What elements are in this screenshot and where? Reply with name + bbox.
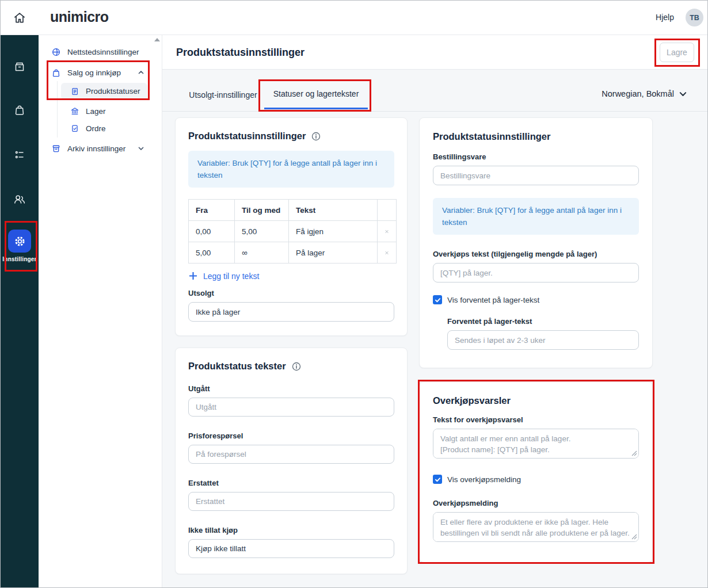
page-header: Produktstatusinnstillinger Lagre	[162, 35, 708, 70]
cell-fra: 5,00	[189, 242, 235, 264]
forventet-input[interactable]	[447, 330, 639, 350]
utsolgt-label: Utsolgt	[188, 289, 394, 297]
info-icon[interactable]	[292, 362, 301, 371]
variables-note: Variabler: Bruk [QTY] for å legge antall…	[433, 198, 639, 235]
sidebar-item-label: Produktstatuser	[86, 87, 140, 96]
delete-row-button[interactable]	[385, 242, 389, 263]
avatar[interactable]: TB	[686, 9, 703, 26]
home-button[interactable]	[12, 10, 27, 25]
chevron-up-icon[interactable]	[138, 69, 144, 76]
vis-forventet-checkbox[interactable]	[433, 295, 442, 304]
brand-logo: unimicro	[50, 9, 109, 25]
sidebar-item-ordre[interactable]: Ordre	[70, 120, 106, 137]
column-header: Tekst	[289, 200, 378, 221]
utgatt-label: Utgått	[188, 384, 394, 393]
card-produktstatusinnstillinger-hoyre: Produktstatusinnstillinger Bestillingsva…	[419, 117, 653, 368]
bag-icon	[51, 68, 61, 78]
bestillingsvare-label: Bestillingsvare	[433, 152, 639, 161]
app-window: unimicro Hjelp TB	[0, 0, 708, 588]
overkjops-tekst-input[interactable]	[433, 263, 639, 282]
vis-forventet-checkbox-row: Vis forventet på lager-tekst	[433, 295, 639, 304]
card-overkjopsvarsler: Overkjøpsvarsler Tekst for overkjøpsvars…	[419, 381, 653, 563]
cell-til: 5,00	[235, 221, 289, 242]
sidebar-item-label: Nettstedsinnstillinger	[67, 48, 139, 56]
card-title: Produktstatus tekster	[188, 361, 286, 372]
sidebar-item-label: Ordre	[86, 124, 106, 133]
vis-overkjopsmelding-checkbox-label: Vis overkjøpsmelding	[447, 475, 521, 484]
settings-rail-label: Innstillinger	[1, 256, 39, 262]
scroll-up-icon[interactable]	[154, 38, 160, 41]
add-text-label: Legg til ny tekst	[203, 272, 259, 281]
delete-row-button[interactable]	[385, 221, 389, 242]
clipboard-check-icon	[70, 124, 79, 133]
erstattet-label: Erstattet	[188, 479, 394, 487]
check-icon	[435, 297, 441, 303]
sidebar-item-produktstatuser[interactable]: Produktstatuser	[61, 83, 147, 100]
sales-rail-button[interactable]	[13, 103, 26, 117]
card-title: Overkjøpsvarsler	[433, 395, 639, 406]
utsolgt-input[interactable]	[188, 302, 394, 322]
help-link[interactable]: Hjelp	[656, 13, 674, 22]
close-icon	[385, 227, 389, 236]
card-produktstatus-tekster: Produktstatus tekster Utgått Prisforespø…	[175, 348, 408, 574]
cell-tekst: På lager	[289, 242, 378, 264]
check-icon	[435, 476, 441, 483]
overkjopsvarsel-textarea[interactable]	[433, 429, 639, 459]
table-header-row: Fra Til og med Tekst	[189, 200, 397, 221]
settings-rail-button[interactable]	[8, 230, 31, 253]
sidebar-item-label: Lager	[86, 107, 106, 116]
prisforesporsel-label: Prisforespørsel	[188, 432, 394, 440]
chevron-down-icon	[679, 90, 687, 98]
vis-forventet-checkbox-label: Vis forventet på lager-tekst	[447, 296, 539, 304]
chevron-down-icon[interactable]	[138, 145, 144, 152]
archive-icon	[51, 144, 61, 154]
sidebar-item-label: Arkiv innstillinger	[67, 144, 125, 153]
tekst-for-overkjopsvarsel-label: Tekst for overkjøpsvarsel	[433, 415, 639, 424]
save-button[interactable]: Lagre	[660, 43, 694, 62]
home-icon	[12, 10, 27, 25]
overkjopsmelding-textarea[interactable]	[433, 512, 639, 542]
variables-note: Variabler: Bruk [QTY] for å legge antall…	[188, 151, 394, 188]
language-label: Norwegian, Bokmål	[602, 89, 674, 98]
vis-overkjopsmelding-checkbox[interactable]	[433, 475, 442, 484]
forventet-label: Forventet på lager-tekst	[447, 317, 639, 326]
customers-rail-button[interactable]	[13, 192, 26, 206]
cell-tekst: Få igjen	[289, 221, 378, 242]
tab-utsolgt-innstillinger[interactable]: Utsolgt-innstillinger	[182, 80, 264, 109]
info-icon[interactable]	[311, 132, 321, 141]
sidebar-item-label: Salg og innkjøp	[67, 68, 121, 77]
cell-til: ∞	[235, 242, 289, 264]
tab-statuser-og-lagertekster[interactable]: Statuser og lagertekster	[264, 80, 368, 109]
tabs-divider	[162, 111, 708, 112]
document-icon	[70, 87, 79, 96]
sidebar-item-nettstedsinnstillinger[interactable]: Nettstedsinnstillinger	[51, 43, 139, 60]
orders-rail-button[interactable]	[13, 148, 26, 162]
topbar: unimicro Hjelp TB	[1, 1, 708, 35]
table-row: 5,00 ∞ På lager	[189, 242, 397, 264]
globe-icon	[51, 47, 61, 57]
products-rail-button[interactable]	[13, 60, 26, 74]
card-produktstatusinnstillinger-venstre: Produktstatusinnstillinger Variabler: Br…	[175, 117, 408, 336]
users-icon	[13, 192, 26, 206]
bestillingsvare-input[interactable]	[433, 166, 639, 185]
column-header: Fra	[189, 200, 235, 221]
column-header-actions	[378, 200, 397, 221]
overkjopsmelding-label: Overkjøpsmelding	[433, 499, 639, 507]
shopping-bag-icon	[13, 103, 26, 117]
language-selector[interactable]: Norwegian, Bokmål	[602, 84, 687, 104]
ikke-tillat-kjop-input[interactable]	[188, 539, 394, 558]
ikke-tillat-kjop-label: Ikke tillat kjøp	[188, 526, 394, 534]
left-rail: Innstillinger	[1, 35, 39, 588]
prisforesporsel-input[interactable]	[188, 445, 394, 464]
plus-icon	[188, 271, 198, 281]
erstattet-input[interactable]	[188, 492, 394, 511]
archive-box-icon	[13, 60, 26, 74]
sidebar-item-arkiv-innstillinger[interactable]: Arkiv innstillinger	[51, 140, 125, 157]
add-text-link[interactable]: Legg til ny tekst	[188, 271, 394, 281]
sidebar-item-lager[interactable]: Lager	[70, 102, 106, 120]
main-content: Produktstatusinnstillinger Lagre Utsolgt…	[162, 35, 708, 588]
sidebar-item-salg-og-innkjop[interactable]: Salg og innkjøp	[51, 64, 121, 81]
close-icon	[385, 249, 389, 257]
utgatt-input[interactable]	[188, 398, 394, 417]
card-title: Produktstatusinnstillinger	[433, 131, 639, 142]
